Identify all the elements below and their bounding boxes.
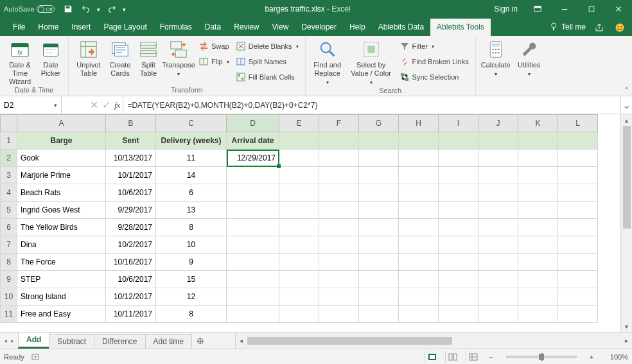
sheet-nav-next-icon[interactable]: ▸ <box>11 337 14 344</box>
qat-customize[interactable]: ▾ <box>121 5 128 13</box>
cell-G8[interactable] <box>359 254 399 271</box>
undo-icon[interactable] <box>78 1 94 17</box>
cell-C8[interactable]: 9 <box>156 254 227 271</box>
cell-C2[interactable]: 11 <box>156 150 227 167</box>
cell-I2[interactable] <box>439 150 478 167</box>
vscroll-thumb[interactable] <box>623 126 631 229</box>
cell-B7[interactable]: 10/2/2017 <box>106 236 156 254</box>
cell-J8[interactable] <box>478 254 518 271</box>
tab-review[interactable]: Review <box>227 19 265 36</box>
cell-F2[interactable] <box>319 150 359 167</box>
cell-D9[interactable] <box>227 271 279 288</box>
col-header-L[interactable]: L <box>558 115 598 132</box>
col-header-K[interactable]: K <box>518 115 558 132</box>
row-header-2[interactable]: 2 <box>1 150 17 167</box>
cell-I8[interactable] <box>439 254 478 271</box>
cell-H1[interactable] <box>399 132 439 150</box>
cell-C10[interactable]: 12 <box>156 288 227 306</box>
cell-K7[interactable] <box>518 236 558 254</box>
swap-button[interactable]: Swap <box>196 39 232 53</box>
cell-I4[interactable] <box>439 184 478 202</box>
add-sheet-button[interactable]: ⊕ <box>191 333 209 349</box>
transpose-button[interactable]: Transpose▾ <box>162 38 195 78</box>
cancel-formula-icon[interactable]: ✕ <box>90 99 98 111</box>
row-header-9[interactable]: 9 <box>1 271 17 288</box>
cell-A10[interactable]: Strong Island <box>17 288 106 306</box>
tab-help[interactable]: Help <box>343 19 372 36</box>
cell-A2[interactable]: Gook <box>17 150 106 167</box>
cell-A4[interactable]: Beach Rats <box>17 184 106 202</box>
cell-H10[interactable] <box>399 288 439 306</box>
tab-view[interactable]: View <box>266 19 295 36</box>
cell-J1[interactable] <box>478 132 518 150</box>
collapse-ribbon-icon[interactable]: ⌃ <box>620 85 632 96</box>
cell-F8[interactable] <box>319 254 359 271</box>
cell-D2[interactable]: 12/29/2017 <box>227 150 279 167</box>
fill-blank-button[interactable]: Fill Blank Cells <box>233 70 301 84</box>
undo-dropdown[interactable]: ▾ <box>96 5 102 13</box>
view-page-layout-icon[interactable] <box>445 351 459 363</box>
select-all-cell[interactable] <box>1 115 17 132</box>
autosave-toggle[interactable]: AutoSave Off <box>4 5 55 13</box>
cell-B10[interactable]: 10/12/2017 <box>106 288 156 306</box>
scroll-right-icon[interactable]: ▸ <box>620 337 632 344</box>
sheet-tab-add-time[interactable]: Add time <box>145 334 192 349</box>
zoom-out-icon[interactable]: − <box>486 353 495 361</box>
cell-K9[interactable] <box>518 271 558 288</box>
cell-D3[interactable] <box>227 167 279 184</box>
utilities-button[interactable]: Utilities▾ <box>513 38 545 78</box>
cell-C6[interactable]: 8 <box>156 219 227 236</box>
create-cards-button[interactable]: Create Cards <box>106 38 134 78</box>
cell-J9[interactable] <box>478 271 518 288</box>
cell-D4[interactable] <box>227 184 279 202</box>
cell-I1[interactable] <box>439 132 478 150</box>
select-by-button[interactable]: Select by Value / Color▾ <box>347 38 396 87</box>
cell-J7[interactable] <box>478 236 518 254</box>
signin-link[interactable]: Sign in <box>487 0 524 18</box>
row-header-11[interactable]: 11 <box>1 306 17 323</box>
sheet-tab-add[interactable]: Add <box>18 332 49 349</box>
view-page-break-icon[interactable] <box>466 351 480 363</box>
cell-C5[interactable]: 13 <box>156 202 227 219</box>
cell-H6[interactable] <box>399 219 439 236</box>
cell-C3[interactable]: 14 <box>156 167 227 184</box>
split-names-button[interactable]: Split Names <box>233 55 301 69</box>
col-header-A[interactable]: A <box>17 115 106 132</box>
date-time-wizard-button[interactable]: fx Date & Time Wizard <box>4 38 36 86</box>
hscroll-thumb[interactable] <box>247 337 453 345</box>
cell-D7[interactable] <box>227 236 279 254</box>
cell-G6[interactable] <box>359 219 399 236</box>
macro-record-icon[interactable] <box>31 352 40 361</box>
cell-K1[interactable] <box>518 132 558 150</box>
col-header-H[interactable]: H <box>399 115 439 132</box>
tab-insert[interactable]: Insert <box>65 19 97 36</box>
cell-J10[interactable] <box>478 288 518 306</box>
cell-L10[interactable] <box>558 288 598 306</box>
cell-H3[interactable] <box>399 167 439 184</box>
cell-C1[interactable]: Delivery (weeks) <box>156 132 227 150</box>
col-header-F[interactable]: F <box>319 115 359 132</box>
col-header-E[interactable]: E <box>279 115 319 132</box>
cell-I9[interactable] <box>439 271 478 288</box>
cell-D1[interactable]: Arrival date <box>227 132 279 150</box>
cell-E4[interactable] <box>279 184 319 202</box>
cell-L11[interactable] <box>558 306 598 323</box>
cell-G9[interactable] <box>359 271 399 288</box>
cell-G1[interactable] <box>359 132 399 150</box>
cell-H5[interactable] <box>399 202 439 219</box>
cell-I11[interactable] <box>439 306 478 323</box>
cell-H4[interactable] <box>399 184 439 202</box>
horizontal-scrollbar[interactable]: ◂ ▸ <box>235 333 632 349</box>
cell-K11[interactable] <box>518 306 558 323</box>
tab-home[interactable]: Home <box>31 19 65 36</box>
cell-A7[interactable]: Dina <box>17 236 106 254</box>
cell-E3[interactable] <box>279 167 319 184</box>
enter-formula-icon[interactable]: ✓ <box>102 99 110 111</box>
cell-G4[interactable] <box>359 184 399 202</box>
cell-K5[interactable] <box>518 202 558 219</box>
row-header-1[interactable]: 1 <box>1 132 17 150</box>
zoom-slider[interactable] <box>506 356 577 358</box>
tab-developer[interactable]: Developer <box>295 19 343 36</box>
tab-ablebits-tools[interactable]: Ablebits Tools <box>430 19 491 36</box>
cell-G7[interactable] <box>359 236 399 254</box>
